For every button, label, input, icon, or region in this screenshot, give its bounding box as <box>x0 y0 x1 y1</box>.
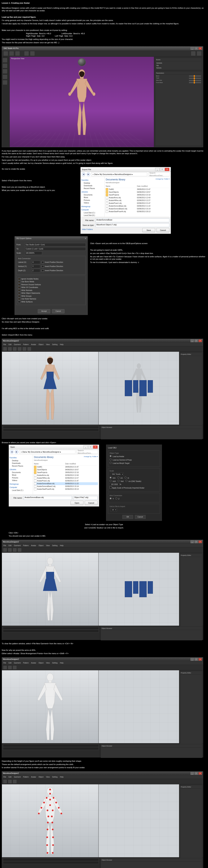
md-tool[interactable] <box>13 665 17 670</box>
side-item[interactable]: Videos <box>81 202 104 204</box>
side-item[interactable]: Recent Places <box>81 187 104 190</box>
menu-item-view[interactable]: View <box>46 776 50 778</box>
radio-cm[interactable] <box>117 476 119 478</box>
col-date[interactable]: Date modified <box>65 463 82 465</box>
col-name[interactable]: Name <box>34 463 65 465</box>
md-2d-view[interactable] <box>99 553 179 626</box>
menu-item-help[interactable]: Help <box>60 343 64 346</box>
checkbox-icon[interactable] <box>18 278 20 280</box>
slider-row[interactable]: Side-Side <box>156 80 201 82</box>
cancel-button[interactable]: Cancel <box>85 501 98 505</box>
unit-dropdown[interactable]: cm <box>111 508 117 512</box>
menu-item-garment[interactable]: Garment <box>14 343 21 346</box>
tool-rotate[interactable] <box>3 63 7 68</box>
file-row[interactable]: SaveObjects04/06/2013 10:57 <box>106 191 170 193</box>
ok-button[interactable]: OK <box>123 515 133 519</box>
radio-daz[interactable] <box>125 480 128 482</box>
invert-z-checkbox[interactable] <box>42 270 44 272</box>
dlg-close[interactable]: ✕ <box>93 445 98 448</box>
menu-item-help[interactable]: Help <box>60 545 64 547</box>
menu-item-object[interactable]: Object <box>38 545 43 547</box>
menu-item-help[interactable]: Help <box>60 662 64 664</box>
checkbox-icon[interactable] <box>18 289 20 291</box>
hide-folders-link[interactable]: Hide Folders <box>82 228 93 230</box>
file-row[interactable]: AvatarArms.obj02/06/2013 12:43 <box>106 196 170 199</box>
menu-item-pattern[interactable]: Pattern <box>23 343 29 346</box>
viewcube-icon[interactable] <box>78 58 86 66</box>
open-button[interactable]: Open <box>71 501 83 505</box>
radio-axis-z[interactable] <box>115 497 117 499</box>
file-row[interactable]: AvatarStartPoseHi.obj02/06/2013 20:13 <box>34 488 98 491</box>
timeline[interactable] <box>3 627 99 632</box>
cancel-button[interactable]: Cancel <box>157 228 169 232</box>
side-item[interactable]: Downloads <box>81 184 104 187</box>
side-item[interactable]: Documents <box>9 471 32 474</box>
menu-item-object[interactable]: Object <box>38 343 43 346</box>
file-row[interactable]: AvatarSonoraBase.obj03/06/2013 11:22 <box>106 205 170 208</box>
md-tool[interactable] <box>13 347 17 351</box>
side-item[interactable]: Recent Places <box>9 465 32 467</box>
maximize-button[interactable]: □ <box>195 540 198 543</box>
to-dropdown[interactable]: Custom (1 unit = 1unit) <box>25 247 86 251</box>
side-item[interactable]: Documents <box>81 193 104 196</box>
dlg-max[interactable]: □ <box>160 168 165 171</box>
lat-dropdown[interactable]: X <box>32 260 40 264</box>
scale-input[interactable]: 100.0000% <box>25 251 42 255</box>
minimize-button[interactable]: _ <box>190 658 194 661</box>
menu-item-edit[interactable]: Edit <box>8 662 11 664</box>
close-button[interactable]: ✕ <box>199 540 202 543</box>
md-2d-view[interactable] <box>99 352 179 425</box>
export-check[interactable]: Write Normals <box>18 289 84 292</box>
md-tool[interactable] <box>8 347 12 351</box>
md-3d-view[interactable] <box>2 352 99 425</box>
side-item[interactable]: Music <box>81 196 104 199</box>
side-item[interactable]: Downloads <box>9 462 32 465</box>
nav-fwd-icon[interactable]: ▶ <box>15 450 19 454</box>
timeline[interactable] <box>3 744 99 750</box>
export-check[interactable]: Ignore Invisible Nodes <box>18 278 84 280</box>
file-row[interactable]: AvatarSonoraBase2.obj03/06/2013 15:14 <box>106 208 170 210</box>
radio-axis-y[interactable] <box>109 497 112 499</box>
col-name[interactable]: Name <box>106 185 137 187</box>
maximize-button[interactable]: □ <box>195 47 198 50</box>
radio-inch[interactable] <box>109 480 112 482</box>
menu-item-file[interactable]: File <box>3 776 6 778</box>
nav-back-icon[interactable]: ◀ <box>82 173 85 176</box>
file-row[interactable]: AvatarHiRes.obj02/06/2013 12:27 <box>34 477 98 479</box>
vert-dropdown[interactable]: Y <box>32 265 40 268</box>
filetype-dropdown[interactable]: Object File(*.obj) <box>73 496 98 500</box>
file-row[interactable]: Outfit128/05/2013 21:47 <box>106 188 170 191</box>
tool-open[interactable] <box>9 51 14 56</box>
file-row[interactable]: AvatarArms.obj02/06/2013 12:43 <box>34 474 98 477</box>
cancel-button[interactable]: Cancel <box>52 309 65 313</box>
nav-fwd-icon[interactable]: ▶ <box>86 173 90 176</box>
export-check[interactable]: Write Groups <box>18 295 84 298</box>
menu-item-edit[interactable]: Edit <box>8 545 11 547</box>
checkbox-icon[interactable] <box>18 295 20 297</box>
breadcrumb[interactable]: « Dial ▸ My Documents ▸ MarvellousDesign… <box>91 173 147 176</box>
menu-item-pattern[interactable]: Pattern <box>23 662 29 664</box>
minimize-button[interactable]: _ <box>190 339 194 342</box>
side-item[interactable]: Desktop <box>9 459 32 462</box>
menu-item-avatar[interactable]: Avatar <box>31 343 36 346</box>
side-item[interactable]: Music <box>9 474 32 476</box>
tool-save[interactable] <box>15 51 20 56</box>
menu-item-setting[interactable]: Setting <box>52 776 58 778</box>
file-row[interactable]: Outfit128/05/2013 21:47 <box>34 466 98 468</box>
checkbox-icon[interactable] <box>18 301 20 303</box>
file-row[interactable]: AvatarSonoraBase.obj03/06/2013 11:22 <box>34 482 98 485</box>
side-item[interactable]: Local Disk (C:) <box>9 489 32 492</box>
menu-item-help[interactable]: Help <box>60 776 64 778</box>
checkbox-icon[interactable] <box>18 281 20 283</box>
nav-back-icon[interactable]: ◀ <box>10 450 14 454</box>
scene-item[interactable]: Hip <box>156 64 201 67</box>
md-3d-view[interactable] <box>2 670 99 743</box>
slider-row[interactable]: Twist <box>156 77 201 79</box>
pattern-piece[interactable] <box>125 380 132 396</box>
side-item[interactable]: Homegroup <box>9 483 32 485</box>
maximize-button[interactable]: □ <box>195 339 198 342</box>
accept-button[interactable]: Accept <box>38 309 50 313</box>
scene-item[interactable]: Sonora <box>156 67 201 69</box>
file-row[interactable]: AvatarStartPoseHi.obj02/06/2013 20:13 <box>106 210 170 213</box>
tool-help[interactable] <box>197 51 202 56</box>
